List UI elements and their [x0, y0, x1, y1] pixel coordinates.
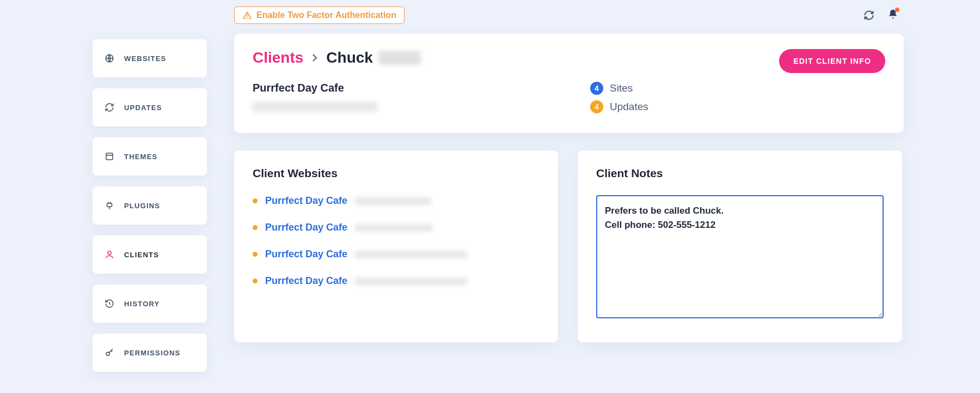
- sync-icon: [105, 102, 114, 112]
- sidebar-item-plugins[interactable]: PLUGINS: [93, 186, 207, 225]
- client-last-name-redacted: [378, 51, 421, 65]
- website-list-item: Purrfect Day Cafe: [253, 195, 540, 207]
- status-dot-icon: [253, 225, 258, 230]
- sidebar-item-websites[interactable]: WEBSITES: [93, 39, 207, 77]
- client-header-card: Clients Chuck EDIT CLIENT INFO Purrfect …: [234, 34, 904, 133]
- key-icon: [105, 348, 114, 358]
- panels-row: Client Websites Purrfect Day CafePurrfec…: [234, 150, 904, 342]
- svg-rect-1: [106, 153, 113, 160]
- sidebar-item-label: PLUGINS: [124, 202, 160, 210]
- website-link[interactable]: Purrfect Day Cafe: [265, 249, 347, 260]
- notifications-button[interactable]: [887, 9, 898, 22]
- client-first-name: Chuck: [326, 49, 373, 66]
- svg-rect-2: [107, 203, 112, 207]
- website-link[interactable]: Purrfect Day Cafe: [265, 222, 347, 233]
- person-icon: [105, 250, 114, 259]
- main-content: Clients Chuck EDIT CLIENT INFO Purrfect …: [234, 34, 904, 342]
- enable-2fa-label: Enable Two Factor Authentication: [256, 10, 396, 20]
- theme-icon: [105, 152, 114, 161]
- sidebar-item-history[interactable]: HISTORY: [93, 285, 207, 323]
- sidebar-item-label: CLIENTS: [124, 251, 159, 259]
- client-notes-textarea[interactable]: [596, 195, 884, 318]
- updates-count-badge: 4: [590, 100, 603, 113]
- sidebar-item-themes[interactable]: THEMES: [93, 137, 207, 176]
- sidebar-item-clients[interactable]: CLIENTS: [93, 235, 207, 274]
- breadcrumb-root-link[interactable]: Clients: [253, 49, 303, 66]
- website-list-item: Purrfect Day Cafe: [253, 222, 540, 233]
- sidebar-item-label: THEMES: [124, 153, 157, 161]
- website-url-redacted: [355, 197, 431, 205]
- notification-dot: [895, 8, 899, 12]
- chevron-right-icon: [312, 54, 317, 62]
- sites-label: Sites: [610, 82, 633, 94]
- website-list-item: Purrfect Day Cafe: [253, 249, 540, 260]
- client-websites-panel: Client Websites Purrfect Day CafePurrfec…: [234, 150, 558, 342]
- client-notes-title: Client Notes: [596, 167, 884, 180]
- status-dot-icon: [253, 198, 258, 203]
- sidebar-item-label: WEBSITES: [124, 55, 167, 63]
- sites-count-badge: 4: [590, 82, 603, 95]
- stat-sites-row: 4 Sites: [590, 82, 648, 95]
- edit-client-info-button[interactable]: EDIT CLIENT INFO: [779, 49, 885, 73]
- website-url-redacted: [355, 224, 432, 232]
- breadcrumb-current: Chuck: [326, 49, 421, 66]
- sidebar: WEBSITES UPDATES THEMES PLUGINS CLIENTS …: [93, 39, 207, 372]
- client-email-redacted: [253, 102, 378, 112]
- client-business-name: Purrfect Day Cafe: [253, 82, 558, 94]
- warning-icon: [242, 10, 252, 20]
- website-list-item: Purrfect Day Cafe: [253, 275, 540, 287]
- sidebar-item-label: PERMISSIONS: [124, 349, 181, 357]
- status-dot-icon: [253, 252, 258, 257]
- globe-icon: [105, 53, 114, 63]
- plug-icon: [105, 201, 114, 210]
- status-dot-icon: [253, 279, 258, 283]
- enable-2fa-button[interactable]: Enable Two Factor Authentication: [234, 7, 405, 24]
- topbar-right: [863, 9, 898, 22]
- refresh-icon[interactable]: [863, 10, 874, 21]
- history-icon: [105, 299, 114, 309]
- client-notes-panel: Client Notes: [578, 150, 902, 342]
- website-link[interactable]: Purrfect Day Cafe: [265, 195, 347, 207]
- website-url-redacted: [355, 251, 467, 258]
- sidebar-item-label: HISTORY: [124, 300, 160, 308]
- client-websites-list: Purrfect Day CafePurrfect Day CafePurrfe…: [253, 195, 540, 287]
- client-stats: 4 Sites 4 Updates: [590, 82, 648, 113]
- sidebar-item-permissions[interactable]: PERMISSIONS: [93, 334, 207, 372]
- topbar: Enable Two Factor Authentication: [0, 7, 980, 28]
- svg-point-3: [108, 251, 111, 255]
- website-url-redacted: [355, 277, 467, 285]
- sidebar-item-label: UPDATES: [124, 104, 162, 112]
- updates-label: Updates: [610, 101, 648, 113]
- client-business-block: Purrfect Day Cafe: [253, 82, 558, 113]
- client-websites-title: Client Websites: [253, 167, 540, 180]
- website-link[interactable]: Purrfect Day Cafe: [265, 275, 347, 287]
- stat-updates-row: 4 Updates: [590, 100, 648, 113]
- sidebar-item-updates[interactable]: UPDATES: [93, 88, 207, 126]
- client-header-info: Purrfect Day Cafe 4 Sites 4 Updates: [253, 82, 885, 113]
